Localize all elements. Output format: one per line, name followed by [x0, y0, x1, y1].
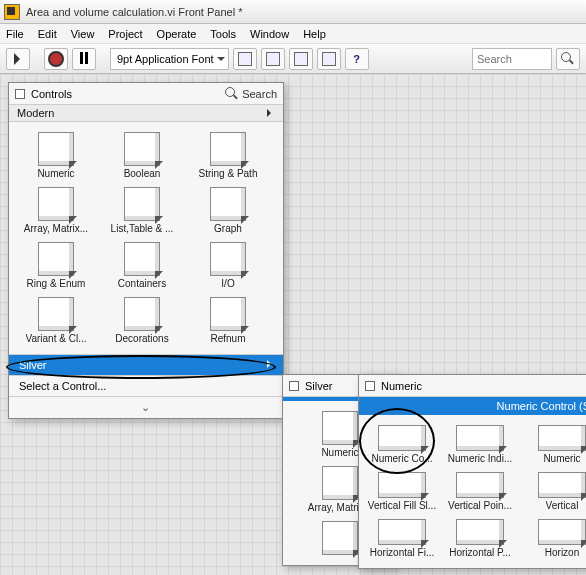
palette-item-io[interactable]: I/O [185, 238, 271, 293]
pin-icon[interactable] [365, 381, 375, 391]
menu-tools[interactable]: Tools [210, 28, 236, 40]
numeric-palette-header[interactable]: Numeric [359, 375, 586, 397]
numeric-item-hfill[interactable]: Horizontal Fi... [363, 515, 441, 562]
palette-item-variant[interactable]: Variant & Cl... [13, 293, 99, 348]
reorder-button[interactable] [317, 48, 341, 70]
decorations-icon [124, 297, 160, 331]
palette-item-label: String & Path [199, 168, 258, 179]
palette-search-button[interactable]: Search [225, 87, 277, 101]
palette-item-label: Array, Matrix... [24, 223, 88, 234]
numeric-item-vfill[interactable]: Vertical Fill Sl... [363, 468, 441, 515]
menu-view[interactable]: View [71, 28, 95, 40]
palette-item-list[interactable]: List,Table & ... [99, 183, 185, 238]
toolbar-search-input[interactable] [477, 53, 547, 65]
string-icon [210, 132, 246, 166]
palette-search-label: Search [242, 88, 277, 100]
align-icon [238, 52, 252, 66]
search-icon [225, 87, 239, 101]
numeric-banner-label: Numeric Control (Sil [497, 400, 586, 412]
boolean-icon [124, 132, 160, 166]
palette-item-label: Decorations [115, 333, 168, 344]
palette-item-numeric[interactable]: Numeric [13, 128, 99, 183]
palette-item-decorations[interactable]: Decorations [99, 293, 185, 348]
controls-category-row[interactable]: Modern [9, 105, 283, 122]
menu-bar: File Edit View Project Operate Tools Win… [0, 24, 586, 44]
controls-palette-header[interactable]: Controls Search [9, 83, 283, 105]
list-icon [124, 187, 160, 221]
horizontal-slider-icon [378, 519, 426, 545]
align-button[interactable] [233, 48, 257, 70]
resize-icon [294, 52, 308, 66]
numeric-palette-title: Numeric [381, 380, 422, 392]
numeric-item-hpoint[interactable]: Horizontal P... [441, 515, 519, 562]
palette-item-array[interactable]: Array, Matrix... [13, 183, 99, 238]
menu-edit[interactable]: Edit [38, 28, 57, 40]
controls-palette-grid: Numeric Boolean String & Path Array, Mat… [9, 122, 283, 354]
numeric-icon [538, 425, 586, 451]
palette-expand-button[interactable]: ⌄ [9, 396, 283, 418]
vertical-icon [538, 472, 586, 498]
palette-item-label: Numeric Co... [371, 453, 432, 464]
palette-item-label: Numeric [321, 447, 358, 458]
pin-icon[interactable] [15, 89, 25, 99]
numeric-indicator-icon [456, 425, 504, 451]
font-selector[interactable]: 9pt Application Font [110, 48, 229, 70]
palette-row-label: Select a Control... [19, 380, 106, 392]
resize-button[interactable] [289, 48, 313, 70]
palette-row-select-control[interactable]: Select a Control... [9, 375, 283, 396]
numeric-item-vcut[interactable]: Vertical [519, 468, 586, 515]
palette-row-label: Silver [19, 359, 47, 371]
search-icon [561, 52, 575, 66]
ring-icon [38, 242, 74, 276]
palette-item-label: Vertical Poin... [448, 500, 512, 511]
palette-item-label: Horizon [545, 547, 579, 558]
io-icon [210, 242, 246, 276]
chevron-down-icon: ⌄ [141, 401, 152, 413]
palette-item-label: Graph [214, 223, 242, 234]
menu-operate[interactable]: Operate [157, 28, 197, 40]
palette-item-graph[interactable]: Graph [185, 183, 271, 238]
abort-button[interactable] [44, 48, 68, 70]
numeric-item-hcut[interactable]: Horizon [519, 515, 586, 562]
numeric-item-vpoint[interactable]: Vertical Poin... [441, 468, 519, 515]
palette-item-label: Vertical Fill Sl... [368, 500, 436, 511]
palette-item-boolean[interactable]: Boolean [99, 128, 185, 183]
toolbar-search[interactable] [472, 48, 552, 70]
font-selector-label: 9pt Application Font [117, 53, 214, 65]
pause-button[interactable] [72, 48, 96, 70]
window-title: Area and volume calculation.vi Front Pan… [26, 6, 242, 18]
chevron-right-icon [267, 360, 275, 368]
search-go-button[interactable] [556, 48, 580, 70]
palette-item-containers[interactable]: Containers [99, 238, 185, 293]
palette-item-ring[interactable]: Ring & Enum [13, 238, 99, 293]
numeric-item-indicator[interactable]: Numeric Indi... [441, 421, 519, 468]
run-arrow-icon [10, 53, 26, 65]
palette-row-silver[interactable]: Silver [9, 354, 283, 375]
pin-icon[interactable] [289, 381, 299, 391]
run-button[interactable] [6, 48, 30, 70]
menu-window[interactable]: Window [250, 28, 289, 40]
palette-item-refnum[interactable]: Refnum [185, 293, 271, 348]
numeric-item-control[interactable]: Numeric Co... [363, 421, 441, 468]
menu-project[interactable]: Project [108, 28, 142, 40]
refnum-icon [210, 297, 246, 331]
palette-item-label: Horizontal Fi... [370, 547, 434, 558]
window-titlebar: Area and volume calculation.vi Front Pan… [0, 0, 586, 24]
palette-item-label: Variant & Cl... [26, 333, 87, 344]
numeric-palette-banner: Numeric Control (Sil [359, 397, 586, 415]
ring-icon [322, 521, 358, 555]
menu-help[interactable]: Help [303, 28, 326, 40]
numeric-icon [322, 411, 358, 445]
numeric-item-cut[interactable]: Numeric [519, 421, 586, 468]
numeric-palette: Numeric Numeric Control (Sil Numeric Co.… [358, 374, 586, 569]
distribute-button[interactable] [261, 48, 285, 70]
containers-icon [124, 242, 160, 276]
help-button[interactable]: ? [345, 48, 369, 70]
menu-file[interactable]: File [6, 28, 24, 40]
help-icon: ? [353, 53, 360, 65]
palette-item-label: Containers [118, 278, 166, 289]
horizontal-icon [538, 519, 586, 545]
horizontal-pointer-icon [456, 519, 504, 545]
numeric-control-icon [378, 425, 426, 451]
palette-item-string[interactable]: String & Path [185, 128, 271, 183]
